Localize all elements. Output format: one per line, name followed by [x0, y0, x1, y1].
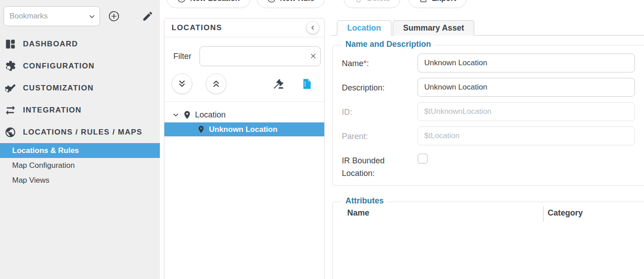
new-rule-button[interactable]: New Rule — [257, 0, 325, 8]
attributes-column-category: Category — [548, 208, 583, 218]
pencil-icon — [142, 10, 154, 22]
id-field — [417, 102, 635, 121]
tree-node-label: Unknown Location — [209, 125, 277, 134]
sidebar-item-locations-rules-maps[interactable]: LOCATIONS / RULES / MAPS — [0, 121, 160, 143]
parent-row: Parent: — [342, 126, 644, 145]
clear-filter-icon[interactable] — [309, 52, 317, 60]
sidebar-subitem-label: Map Views — [12, 176, 50, 185]
dashboard-icon — [5, 38, 16, 50]
chevron-left-icon — [310, 25, 316, 31]
bookmarks-select-value: Bookmarks — [9, 12, 48, 21]
filter-row: Filter — [173, 46, 321, 66]
tree-node-location[interactable]: Location — [164, 108, 324, 122]
new-location-label: New Location — [190, 0, 240, 3]
ir-bounded-label: IR Bounded Location: — [342, 151, 409, 180]
locations-panel: LOCATIONS Filter Location — [164, 18, 325, 279]
gear-pencil-icon — [5, 82, 16, 94]
attributes-table-header: Name Category — [333, 202, 644, 218]
sidebar-item-label: DASHBOARD — [23, 40, 78, 49]
description-field[interactable] — [417, 78, 635, 97]
detail-tabs: Location Summary Asset — [331, 20, 644, 36]
filter-label: Filter — [173, 52, 191, 61]
gear-icon — [5, 60, 16, 72]
description-label: Description: — [342, 78, 417, 97]
attributes-column-name: Name — [347, 208, 369, 217]
attributes-fieldset: Attributes Name Category — [332, 202, 644, 279]
ir-bounded-checkbox[interactable] — [417, 153, 428, 164]
swap-arrows-icon — [5, 104, 16, 116]
location-tree: Location Unknown Location — [164, 102, 324, 136]
document-icon — [301, 78, 313, 90]
collapse-all-button[interactable] — [206, 73, 227, 94]
required-asterisk: * — [363, 59, 367, 68]
sidebar-nav: DASHBOARD CONFIGURATION CUSTOMIZATION IN… — [0, 33, 160, 188]
tab-summary-asset[interactable]: Summary Asset — [393, 20, 474, 36]
sidebar-item-label: CUSTOMIZATION — [23, 84, 94, 93]
sidebar-subitem-label: Map Configuration — [12, 161, 75, 170]
locations-panel-header: LOCATIONS — [164, 18, 324, 37]
name-row: Name*: — [342, 54, 644, 72]
ir-bounded-row: IR Bounded Location: — [342, 151, 644, 180]
sidebar-item-customization[interactable]: CUSTOMIZATION — [0, 77, 160, 99]
edit-bookmarks-button[interactable] — [142, 10, 154, 22]
trash-icon — [354, 0, 363, 3]
tree-node-label: Location — [195, 110, 226, 120]
map-pin-icon — [182, 110, 192, 120]
delete-button[interactable]: Delete — [344, 0, 400, 8]
sidebar-item-dashboard[interactable]: DASHBOARD — [0, 33, 160, 55]
export-label: Export — [432, 0, 456, 3]
map-pin-icon — [197, 125, 205, 134]
location-form: Name*: Description: ID: Parent: IR Bound… — [333, 45, 644, 180]
column-divider — [543, 207, 544, 222]
plus-circle-icon — [108, 10, 120, 22]
sidebar-item-label: CONFIGURATION — [23, 62, 95, 71]
sidebar-item-integration[interactable]: INTEGRATION — [0, 99, 160, 121]
tree-node-unknown-location[interactable]: Unknown Location — [164, 122, 324, 136]
action-toolbar: New Location New Rule Delete Export — [167, 0, 467, 8]
sidebar-subitem-locations-rules[interactable]: Locations & Rules — [0, 143, 160, 158]
id-label: ID: — [342, 102, 417, 121]
detail-panel: Location Summary Asset Name and Descript… — [331, 0, 644, 279]
new-location-button[interactable]: New Location — [167, 0, 250, 8]
plus-circle-icon — [177, 0, 186, 3]
new-rule-label: New Rule — [280, 0, 315, 3]
name-description-fieldset: Name and Description Name*: Description:… — [332, 45, 644, 186]
expand-all-icon — [177, 79, 187, 89]
description-row: Description: — [342, 78, 644, 97]
plus-circle-icon — [267, 0, 276, 3]
sidebar-subitem-map-configuration[interactable]: Map Configuration — [0, 158, 160, 173]
chevron-down-icon[interactable] — [172, 112, 179, 118]
expand-all-button[interactable] — [172, 73, 192, 94]
sidebar-subitem-map-views[interactable]: Map Views — [0, 173, 160, 188]
tree-toolbar — [164, 73, 324, 94]
globe-icon — [5, 126, 16, 138]
name-field[interactable] — [417, 54, 635, 72]
tab-label: Location — [347, 23, 381, 33]
collapse-all-icon — [211, 79, 221, 89]
parent-label: Parent: — [342, 126, 417, 145]
delete-label: Delete — [367, 0, 390, 3]
sidebar-item-label: LOCATIONS / RULES / MAPS — [23, 128, 142, 137]
name-label: Name*: — [342, 54, 417, 72]
chevron-down-icon — [88, 13, 96, 21]
parent-field — [417, 126, 635, 145]
rules-gavel-button[interactable] — [273, 78, 284, 90]
tab-label: Summary Asset — [403, 23, 464, 33]
sidebar-item-label: INTEGRATION — [23, 106, 82, 115]
bookmarks-select[interactable]: Bookmarks — [4, 6, 100, 26]
sidebar-item-configuration[interactable]: CONFIGURATION — [0, 55, 160, 77]
id-row: ID: — [342, 102, 644, 121]
sidebar-subitem-label: Locations & Rules — [12, 146, 79, 155]
bookmark-row: Bookmarks — [4, 6, 156, 26]
filter-input[interactable] — [200, 46, 321, 66]
document-button[interactable] — [301, 78, 313, 90]
collapse-panel-button[interactable] — [307, 22, 319, 34]
fieldset-legend: Name and Description — [342, 40, 435, 49]
gavel-icon — [273, 78, 284, 90]
tab-location[interactable]: Location — [337, 20, 391, 36]
export-button[interactable]: Export — [408, 0, 467, 8]
locations-panel-title: LOCATIONS — [172, 23, 222, 32]
sidebar: Bookmarks DASHBOARD CONFIGURATION CUSTOM… — [0, 0, 160, 279]
export-icon — [419, 0, 428, 3]
add-bookmark-button[interactable] — [108, 10, 120, 22]
